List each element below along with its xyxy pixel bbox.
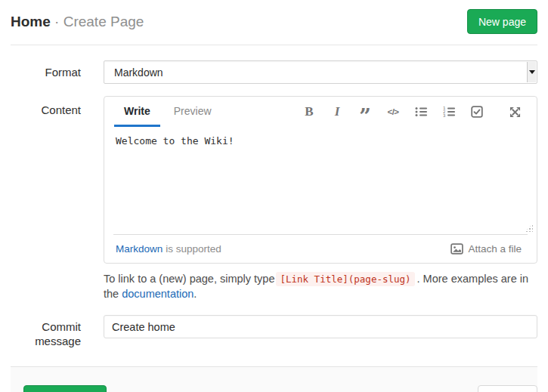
fullscreen-icon xyxy=(509,106,521,118)
chevron-down-icon xyxy=(529,70,535,74)
italic-icon: I xyxy=(335,104,340,119)
link-help-text: To link to a (new) page, simply type[Lin… xyxy=(104,271,537,301)
help-text-before: To link to a (new) page, simply type xyxy=(104,273,274,285)
bullet-list-icon xyxy=(415,106,427,118)
form-actions-footer: Create page Cancel xyxy=(11,366,537,392)
documentation-link[interactable]: documentation xyxy=(122,288,194,300)
create-page-button[interactable]: Create page xyxy=(23,385,107,392)
commit-message-input[interactable] xyxy=(104,315,537,338)
select-dropdown-strip[interactable] xyxy=(527,62,536,82)
link-syntax-code: [Link Title](page-slug) xyxy=(276,272,414,286)
code-button[interactable]: </> xyxy=(386,105,400,119)
format-row: Format Markdown xyxy=(11,60,537,84)
numbered-list-button[interactable]: 1 2 3 xyxy=(442,105,456,119)
tab-preview[interactable]: Preview xyxy=(166,97,219,127)
editor-toolbar: B I ” </> xyxy=(302,97,522,127)
markdown-help-link[interactable]: Markdown xyxy=(116,243,163,255)
cancel-button[interactable]: Cancel xyxy=(478,385,537,392)
editor-footer: Markdown is supported Attach a file xyxy=(104,235,537,263)
format-select[interactable]: Markdown xyxy=(104,60,537,84)
task-list-button[interactable] xyxy=(470,105,484,119)
italic-button[interactable]: I xyxy=(330,105,344,119)
content-row: Content Write Preview B I xyxy=(11,96,537,301)
wiki-create-page: Home · Create Page New page Format Markd… xyxy=(0,0,548,392)
format-label: Format xyxy=(11,60,81,84)
numbered-list-icon: 1 2 3 xyxy=(443,106,455,118)
tab-write[interactable]: Write xyxy=(114,97,160,127)
image-attach-icon xyxy=(450,242,463,255)
form-area: Format Markdown Content Write Pr xyxy=(0,45,548,349)
bullet-list-button[interactable] xyxy=(414,105,428,119)
commit-row: Commit message xyxy=(11,315,537,349)
content-textarea[interactable]: Welcome to the Wiki! xyxy=(104,127,537,234)
markdown-editor: Write Preview B I ” xyxy=(104,96,537,264)
editor-header: Write Preview B I ” xyxy=(104,97,537,127)
title-separator: · xyxy=(54,14,59,29)
editor-body: Welcome to the Wiki! xyxy=(104,127,537,234)
bold-button[interactable]: B xyxy=(302,105,316,119)
page-header: Home · Create Page New page xyxy=(11,0,537,45)
new-page-button[interactable]: New page xyxy=(467,9,537,34)
fullscreen-button[interactable] xyxy=(508,105,522,119)
svg-text:3: 3 xyxy=(443,113,445,118)
page-title: Home · Create Page xyxy=(11,14,144,30)
help-period: . xyxy=(194,288,197,300)
page-title-subtitle: Create Page xyxy=(63,14,144,29)
attach-file-label: Attach a file xyxy=(468,243,522,255)
content-label: Content xyxy=(11,96,81,301)
editor-tabs: Write Preview xyxy=(114,97,219,127)
attach-file-button[interactable]: Attach a file xyxy=(450,242,522,255)
quote-button[interactable]: ” xyxy=(358,105,372,119)
page-title-home: Home xyxy=(11,14,51,29)
markdown-supported-text: is supported xyxy=(166,243,221,255)
commit-message-label: Commit message xyxy=(11,315,81,349)
format-select-value: Markdown xyxy=(114,66,163,79)
task-list-icon xyxy=(471,106,483,118)
bold-icon: B xyxy=(305,104,313,119)
code-icon: </> xyxy=(387,107,398,116)
quote-icon: ” xyxy=(359,114,371,120)
